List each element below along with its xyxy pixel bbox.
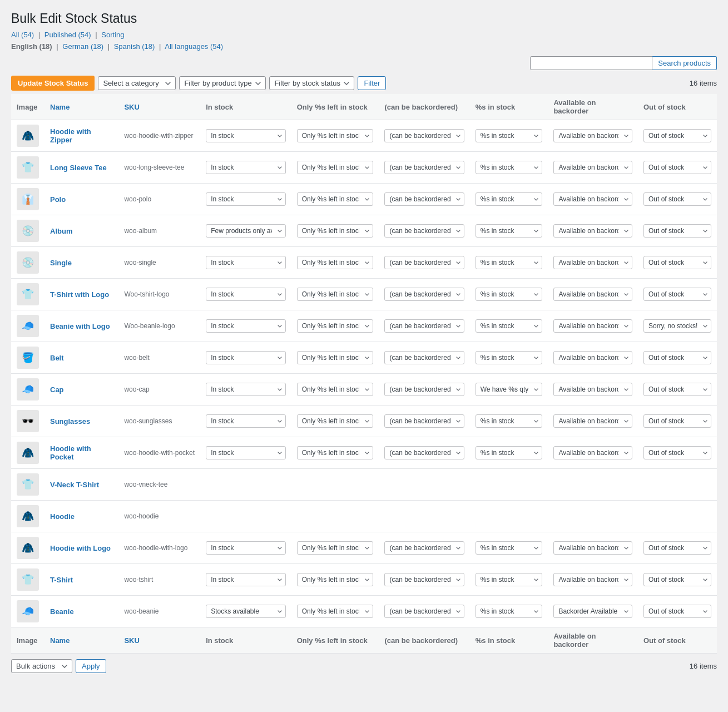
backorder-select[interactable]: (can be backordered) bbox=[384, 605, 464, 618]
pct-left-select[interactable]: Only %s left in stock bbox=[297, 288, 374, 301]
pct-stock-cell[interactable] bbox=[470, 501, 548, 532]
sublink-published[interactable]: Published (54) bbox=[44, 31, 91, 39]
out-of-stock-select[interactable]: Out of stock bbox=[643, 351, 711, 364]
pct-left-cell[interactable]: Only %s left in stock bbox=[291, 532, 379, 564]
out-of-stock-select[interactable]: Out of stock bbox=[643, 605, 711, 618]
product-name-link[interactable]: Polo bbox=[50, 195, 66, 204]
avail-backorder-cell[interactable]: Available on backorde bbox=[548, 374, 638, 406]
avail-backorder-select[interactable]: Available on backorde bbox=[553, 256, 632, 269]
pct-stock-cell[interactable]: %s in stock bbox=[470, 184, 548, 215]
product-name-link[interactable]: Beanie with Logo bbox=[50, 322, 110, 330]
pct-stock-cell[interactable]: %s in stock bbox=[470, 596, 548, 627]
avail-backorder-cell[interactable]: Available on backorde bbox=[548, 342, 638, 374]
backorder-cell[interactable]: (can be backordered) bbox=[379, 342, 469, 374]
in-stock-select[interactable]: In stock bbox=[206, 446, 286, 459]
pct-stock-select[interactable]: %s in stock bbox=[476, 161, 543, 174]
product-name-link[interactable]: Belt bbox=[50, 354, 64, 362]
in-stock-select[interactable]: In stock bbox=[206, 129, 286, 142]
out-of-stock-cell[interactable]: Sorry, no stocks! bbox=[638, 310, 717, 342]
out-of-stock-cell[interactable] bbox=[638, 501, 717, 532]
lang-german[interactable]: German (18) bbox=[62, 42, 103, 51]
bulk-actions-select[interactable]: Bulk actions bbox=[11, 659, 72, 673]
avail-backorder-select[interactable]: Available on backorde bbox=[553, 383, 632, 396]
avail-backorder-cell[interactable]: Available on backorde bbox=[548, 532, 638, 564]
out-of-stock-select[interactable]: Out of stock bbox=[643, 383, 711, 396]
lang-all[interactable]: All languages (54) bbox=[165, 42, 223, 51]
avail-backorder-select[interactable]: Available on backorde bbox=[553, 129, 632, 142]
product-name-link[interactable]: V-Neck T-Shirt bbox=[50, 481, 99, 489]
pct-left-select[interactable]: Only %s left in stock bbox=[297, 541, 374, 555]
pct-left-select[interactable]: Only %s left in stock bbox=[297, 224, 374, 238]
in-stock-cell[interactable]: In stock bbox=[200, 310, 291, 342]
in-stock-cell[interactable]: In stock bbox=[200, 437, 291, 469]
out-of-stock-cell[interactable]: Out of stock bbox=[638, 406, 717, 437]
out-of-stock-cell[interactable] bbox=[638, 469, 717, 501]
backorder-cell[interactable]: (can be backordered) bbox=[379, 437, 469, 469]
in-stock-cell[interactable]: In stock bbox=[200, 532, 291, 564]
in-stock-cell[interactable] bbox=[200, 469, 291, 501]
pct-left-select[interactable]: Only %s left in stock bbox=[297, 129, 374, 142]
avail-backorder-cell[interactable]: Backorder Available bbox=[548, 596, 638, 627]
out-of-stock-select[interactable]: Out of stock bbox=[643, 541, 711, 555]
pct-left-select[interactable]: Only %s left in stock bbox=[297, 351, 374, 364]
avail-backorder-cell[interactable]: Available on backorde bbox=[548, 564, 638, 596]
pct-stock-cell[interactable]: %s in stock bbox=[470, 279, 548, 310]
out-of-stock-select[interactable]: Out of stock bbox=[643, 129, 711, 142]
in-stock-cell[interactable] bbox=[200, 501, 291, 532]
filter-button[interactable]: Filter bbox=[358, 76, 386, 90]
backorder-select[interactable]: (can be backordered) bbox=[384, 383, 464, 396]
avail-backorder-select[interactable]: Available on backorde bbox=[553, 573, 632, 586]
pct-left-select[interactable]: Only %s left in stock bbox=[297, 383, 374, 396]
pct-left-select[interactable]: Only %s left in stock bbox=[297, 573, 374, 586]
product-name-link[interactable]: Sunglasses bbox=[50, 417, 90, 426]
pct-left-cell[interactable]: Only %s left in stock bbox=[291, 596, 379, 627]
product-name-link[interactable]: Hoodie with Pocket bbox=[50, 444, 91, 461]
backorder-select[interactable]: (can be backordered) bbox=[384, 129, 464, 142]
in-stock-cell[interactable]: In stock bbox=[200, 342, 291, 374]
product-name-link[interactable]: Hoodie with Logo bbox=[50, 544, 111, 552]
product-name-link[interactable]: Hoodie with Zipper bbox=[50, 127, 91, 144]
pct-stock-select[interactable]: %s in stock bbox=[476, 319, 543, 333]
pct-left-select[interactable]: Only %s left in stock bbox=[297, 414, 374, 428]
out-of-stock-cell[interactable]: Out of stock bbox=[638, 564, 717, 596]
out-of-stock-select[interactable]: Sorry, no stocks! bbox=[643, 319, 711, 333]
pct-stock-select[interactable]: %s in stock bbox=[476, 288, 543, 301]
out-of-stock-cell[interactable]: Out of stock bbox=[638, 374, 717, 406]
avail-backorder-cell[interactable]: Available on backorde bbox=[548, 120, 638, 152]
pct-left-cell[interactable]: Only %s left in stock bbox=[291, 247, 379, 279]
avail-backorder-select[interactable]: Backorder Available bbox=[553, 605, 632, 618]
backorder-cell[interactable]: (can be backordered) bbox=[379, 564, 469, 596]
avail-backorder-cell[interactable]: Available on backorde bbox=[548, 247, 638, 279]
out-of-stock-select[interactable]: Out of stock bbox=[643, 414, 711, 428]
in-stock-cell[interactable]: In stock bbox=[200, 564, 291, 596]
avail-backorder-cell[interactable]: Available on backorde bbox=[548, 406, 638, 437]
pct-stock-cell[interactable]: %s in stock bbox=[470, 310, 548, 342]
out-of-stock-cell[interactable]: Out of stock bbox=[638, 152, 717, 184]
update-stock-button[interactable]: Update Stock Status bbox=[11, 76, 95, 91]
pct-left-cell[interactable]: Only %s left in stock bbox=[291, 564, 379, 596]
out-of-stock-cell[interactable]: Out of stock bbox=[638, 215, 717, 247]
in-stock-cell[interactable]: In stock bbox=[200, 120, 291, 152]
pct-left-cell[interactable]: Only %s left in stock bbox=[291, 342, 379, 374]
backorder-select[interactable]: (can be backordered) bbox=[384, 414, 464, 428]
apply-button[interactable]: Apply bbox=[76, 659, 106, 673]
in-stock-select[interactable]: Stocks available bbox=[206, 605, 286, 618]
backorder-cell[interactable]: (can be backordered) bbox=[379, 406, 469, 437]
out-of-stock-cell[interactable]: Out of stock bbox=[638, 342, 717, 374]
stock-status-select[interactable]: Filter by stock status bbox=[269, 76, 354, 90]
backorder-select[interactable]: (can be backordered) bbox=[384, 224, 464, 238]
pct-left-cell[interactable]: Only %s left in stock bbox=[291, 184, 379, 215]
avail-backorder-select[interactable]: Available on backorde bbox=[553, 161, 632, 174]
out-of-stock-select[interactable]: Out of stock bbox=[643, 288, 711, 301]
backorder-cell[interactable]: (can be backordered) bbox=[379, 596, 469, 627]
backorder-cell[interactable] bbox=[379, 501, 469, 532]
pct-left-cell[interactable] bbox=[291, 501, 379, 532]
out-of-stock-select[interactable]: Out of stock bbox=[643, 446, 711, 459]
out-of-stock-cell[interactable]: Out of stock bbox=[638, 120, 717, 152]
in-stock-cell[interactable]: In stock bbox=[200, 247, 291, 279]
pct-stock-cell[interactable]: %s in stock bbox=[470, 564, 548, 596]
avail-backorder-cell[interactable]: Available on backorde bbox=[548, 152, 638, 184]
backorder-cell[interactable] bbox=[379, 469, 469, 501]
out-of-stock-select[interactable]: Out of stock bbox=[643, 224, 711, 238]
in-stock-select[interactable]: In stock bbox=[206, 351, 286, 364]
